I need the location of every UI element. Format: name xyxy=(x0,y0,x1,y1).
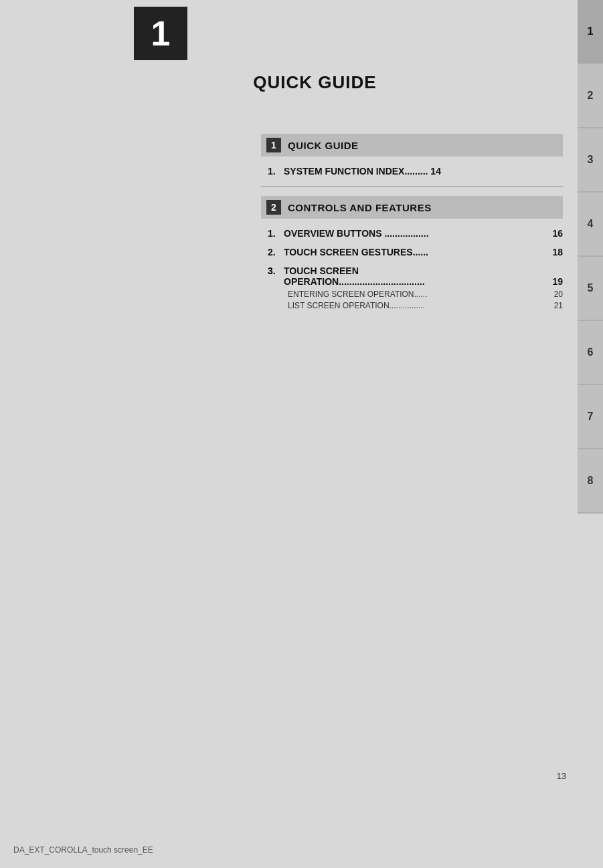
toc-item-touch-gestures: 2. TOUCH SCREEN GESTURES...... 18 xyxy=(261,247,563,257)
toc-two-line-page: 19 xyxy=(552,276,563,287)
toc-two-line-title-line2: OPERATION...............................… xyxy=(284,276,563,287)
toc-item-overview-buttons: 1. OVERVIEW BUTTONS ................. 16 xyxy=(261,228,563,239)
toc-item-title-1: SYSTEM FUNCTION INDEX......... 14 xyxy=(284,166,563,177)
sidebar-tab-5[interactable]: 5 xyxy=(578,257,603,321)
section2-header: 2 CONTROLS AND FEATURES xyxy=(261,196,563,219)
divider-1 xyxy=(261,186,563,187)
toc-item-main-2: 1. OVERVIEW BUTTONS ................. 16 xyxy=(268,228,563,239)
toc-item-page-2: 16 xyxy=(552,228,563,239)
toc-item-touch-screen-op: 3. TOUCH SCREEN OPERATION...............… xyxy=(261,265,563,310)
section2-num: 2 xyxy=(271,202,276,213)
sidebar-tab-1-label: 1 xyxy=(588,25,594,37)
toc-two-line-dots: OPERATION...............................… xyxy=(284,276,552,287)
toc-sub-title-list: LIST SCREEN OPERATION................ xyxy=(288,301,551,310)
toc-item-page-3: 18 xyxy=(552,247,563,257)
toc-item-main-3: 2. TOUCH SCREEN GESTURES...... 18 xyxy=(268,247,563,257)
content-area: 1 QUICK GUIDE 1. SYSTEM FUNCTION INDEX..… xyxy=(261,134,570,318)
sidebar-tab-6[interactable]: 6 xyxy=(578,321,603,385)
toc-sub-item-entering: ENTERING SCREEN OPERATION...... 20 xyxy=(288,290,563,299)
sidebar-tab-3[interactable]: 3 xyxy=(578,128,603,193)
sidebar-tab-1[interactable]: 1 xyxy=(578,0,603,64)
toc-item-title-3: TOUCH SCREEN GESTURES...... xyxy=(284,247,547,257)
section1-num: 1 xyxy=(271,140,276,150)
sidebar-tab-6-label: 6 xyxy=(588,346,594,358)
toc-item-main-1: 1. SYSTEM FUNCTION INDEX......... 14 xyxy=(268,166,563,177)
section1-title: QUICK GUIDE xyxy=(288,140,359,151)
sidebar-tab-2-label: 2 xyxy=(588,90,594,102)
sidebar-tab-8[interactable]: 8 xyxy=(578,449,603,514)
sidebar-tab-2[interactable]: 2 xyxy=(578,64,603,128)
toc-two-line-title-line1: TOUCH SCREEN xyxy=(284,265,563,276)
section2-title: CONTROLS AND FEATURES xyxy=(288,202,432,213)
toc-item-num-1: 1. xyxy=(268,166,281,177)
chapter-block: 1 xyxy=(134,7,187,60)
page-number: 13 xyxy=(557,771,566,781)
section1-header: 1 QUICK GUIDE xyxy=(261,134,563,156)
toc-item-system-function: 1. SYSTEM FUNCTION INDEX......... 14 xyxy=(261,166,563,177)
toc-item-num-3: 2. xyxy=(268,247,281,257)
sidebar-tab-3-label: 3 xyxy=(588,154,594,166)
sidebar-tab-4[interactable]: 4 xyxy=(578,193,603,257)
toc-two-line-title-block: TOUCH SCREEN OPERATION..................… xyxy=(284,265,563,287)
toc-sub-title-entering: ENTERING SCREEN OPERATION...... xyxy=(288,290,551,299)
sidebar-tab-7-label: 7 xyxy=(588,411,594,423)
section1-num-box: 1 xyxy=(266,138,281,152)
toc-item-title-2: OVERVIEW BUTTONS ................. xyxy=(284,228,547,239)
toc-sub-page-list: 21 xyxy=(554,301,563,310)
toc-item-num-2: 1. xyxy=(268,228,281,239)
toc-item-num-4: 3. xyxy=(268,265,281,276)
footer-text: DA_EXT_COROLLA_touch screen_EE xyxy=(13,845,153,855)
sidebar-tab-5-label: 5 xyxy=(588,282,594,294)
sidebar: 1 2 3 4 5 6 7 8 xyxy=(578,0,603,548)
toc-two-line-header: 3. TOUCH SCREEN OPERATION...............… xyxy=(268,265,563,287)
toc-sub-item-list: LIST SCREEN OPERATION................ 21 xyxy=(288,301,563,310)
toc-sub-page-entering: 20 xyxy=(554,290,563,299)
sidebar-tab-8-label: 8 xyxy=(588,475,594,487)
section2-num-box: 2 xyxy=(266,200,281,215)
sidebar-tab-4-label: 4 xyxy=(588,218,594,230)
toc-sub-items: ENTERING SCREEN OPERATION...... 20 LIST … xyxy=(288,290,563,310)
sidebar-tab-7[interactable]: 7 xyxy=(578,385,603,449)
page-title: QUICK GUIDE xyxy=(67,72,563,93)
chapter-number: 1 xyxy=(151,13,171,53)
page-container: 1 QUICK GUIDE 1 2 3 4 5 6 7 8 xyxy=(0,0,603,868)
